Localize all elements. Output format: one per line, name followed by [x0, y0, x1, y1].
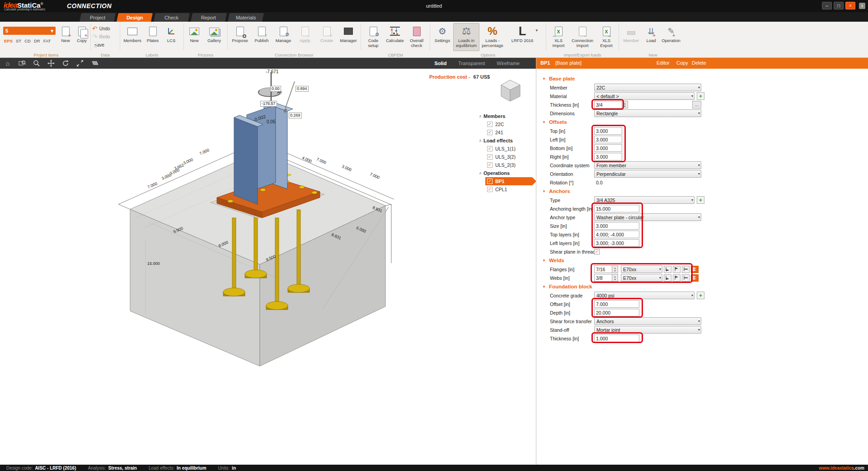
gallery-button[interactable]: Gallery [203, 23, 225, 51]
mode-dr[interactable]: DR [34, 38, 40, 43]
save-button[interactable]: Save [92, 41, 104, 49]
weld-symbol-butt-icon[interactable] [682, 274, 690, 282]
tree-item-cpl1[interactable]: ✓ CPL1 [477, 185, 536, 193]
material-select[interactable]: < default > ▾ [594, 92, 694, 100]
shear-force-transfer-select[interactable]: Anchors ▾ [594, 317, 701, 325]
delete-operation-button[interactable]: Delete [692, 60, 706, 66]
web-electrode-select[interactable]: E70xx ▾ [621, 274, 662, 282]
tab-design[interactable]: Design [117, 13, 153, 22]
tab-project[interactable]: Project [80, 13, 116, 22]
section-welds[interactable]: ▼ Welds [536, 256, 868, 265]
plates-labels-button[interactable]: Plates [143, 23, 162, 51]
tab-report[interactable]: Report [191, 13, 227, 22]
coordinate-system-select[interactable]: From member ▾ [594, 161, 701, 169]
section-plane-button[interactable] [90, 59, 99, 67]
orientation-select[interactable]: Perpendicular ▾ [594, 170, 701, 178]
foundation-offset-input[interactable] [594, 300, 639, 308]
flange-weld-spinner[interactable]: ▴ ▾ [612, 265, 618, 273]
weld-symbol-double-fillet-icon[interactable] [691, 274, 699, 282]
dimensions-select[interactable]: Rectangle ▾ [594, 109, 701, 117]
tree-load-effects-header[interactable]: ∧ Load effects [477, 137, 536, 145]
connection-import-button[interactable]: ← Connection Import [569, 23, 596, 51]
checkbox-uls2[interactable]: ✓ [487, 162, 493, 168]
thickness-input[interactable] [594, 101, 622, 108]
add-concrete-grade-button[interactable]: + [697, 292, 704, 299]
tree-item-bp1[interactable]: ✓ BP1 [485, 177, 532, 185]
checkbox-241[interactable]: ✓ [487, 130, 493, 135]
offset-top-input[interactable] [594, 127, 622, 135]
pan-button[interactable] [47, 59, 55, 67]
copy-project-item-button[interactable]: + Copy [74, 23, 90, 51]
section-collapse-icon[interactable]: ▼ [542, 77, 546, 81]
anchoring-length-input[interactable] [594, 205, 639, 212]
collapse-icon[interactable]: ∧ [477, 114, 483, 118]
section-collapse-icon[interactable]: ▼ [542, 259, 546, 263]
window-maximize-button[interactable]: □ [834, 2, 844, 9]
thickness-spinner[interactable]: ▴ ▾ [622, 101, 628, 108]
design-code-button[interactable]: L ▾ LRFD 2016 [506, 23, 539, 51]
apply-button[interactable]: ← Apply [294, 23, 316, 51]
home-view-button[interactable]: ⌂ [4, 59, 12, 67]
lcs-button[interactable]: LCS [162, 23, 180, 51]
checkbox-uls1[interactable]: ✓ [487, 146, 493, 151]
publish-button[interactable]: ↑ Publish [251, 23, 272, 51]
concrete-grade-select[interactable]: 4000 psi ▾ [594, 292, 694, 299]
window-minimize-button[interactable]: – [822, 2, 832, 9]
weld-symbol-butt-icon[interactable] [682, 266, 690, 273]
new-load-button[interactable]: ⇊+ Load [642, 23, 660, 51]
rotation-input[interactable] [594, 179, 622, 186]
view-mode-transparent[interactable]: Transparent [458, 61, 485, 66]
mode-cd[interactable]: CD [24, 38, 31, 43]
section-collapse-icon[interactable]: ▼ [542, 285, 546, 289]
tab-check[interactable]: Check [154, 13, 190, 22]
copy-operation-button[interactable]: Copy [676, 60, 688, 66]
tree-item-uls1[interactable]: ✓ ULS_1(1) [477, 145, 536, 153]
loads-percentage-button[interactable]: % Loads - percentage [479, 23, 506, 51]
new-member-button[interactable]: Member [620, 23, 642, 51]
view-mode-solid[interactable]: Solid [434, 61, 446, 66]
thickness-browse-button[interactable]: … [692, 101, 701, 108]
3d-scene[interactable] [0, 69, 536, 465]
zoom-button[interactable] [33, 59, 41, 67]
anchor-type-select[interactable]: Washer plate - circular ▾ [594, 213, 701, 221]
website-link[interactable]: www.ideastatica.com [819, 466, 864, 471]
manage-button[interactable]: ⚙ Manage [272, 23, 294, 51]
standoff-select[interactable]: Mortar joint ▾ [594, 326, 701, 334]
add-material-button[interactable]: + [697, 92, 704, 100]
tab-materials[interactable]: Materials [228, 13, 264, 22]
window-close-button[interactable]: × [845, 2, 855, 9]
mode-eps[interactable]: EPS [4, 38, 13, 43]
mode-st[interactable]: ST [16, 38, 21, 43]
propose-button[interactable]: Propose [229, 23, 251, 51]
anchor-size-input[interactable] [594, 222, 639, 230]
flange-electrode-select[interactable]: E70xx ▾ [621, 265, 662, 273]
members-labels-button[interactable]: Members [122, 23, 143, 51]
3d-viewport[interactable]: -7.671 0.00 0.894 -176.57 0.269 -0.002 0… [0, 69, 536, 465]
checkbox-bp1[interactable]: ✓ [487, 179, 493, 184]
tree-item-22c[interactable]: ✓ 22C [477, 120, 536, 128]
checkbox-uls3[interactable]: ✓ [487, 154, 493, 160]
add-anchor-type-button[interactable]: + [697, 196, 704, 204]
weld-symbol-fillet-top-icon[interactable] [673, 266, 680, 273]
weld-symbol-double-fillet-icon[interactable] [691, 266, 699, 273]
offset-bottom-input[interactable] [594, 144, 622, 152]
checkbox-cpl1[interactable]: ✓ [487, 187, 493, 192]
member-select[interactable]: 22C ▾ [594, 84, 701, 91]
redo-button[interactable]: ↷ Redo [92, 33, 110, 41]
section-offsets[interactable]: ▼ Offsets [536, 118, 868, 127]
info-button[interactable]: i [859, 3, 865, 9]
tree-operations-header[interactable]: ∧ Operations [477, 169, 536, 177]
collapse-icon[interactable]: ∧ [477, 138, 483, 143]
xls-import-button[interactable]: X← XLS Import [548, 23, 569, 51]
settings-button[interactable]: ⚙ Settings [432, 23, 453, 51]
tree-item-241[interactable]: ✓ 241 [477, 128, 536, 137]
foundation-thickness-input[interactable] [594, 334, 639, 342]
create-button[interactable]: + Create [316, 23, 338, 51]
editor-button[interactable]: Editor [657, 60, 670, 66]
anchor-grade-select[interactable]: 3/4 A325 ▾ [594, 196, 694, 204]
section-anchors[interactable]: ▼ Anchors [536, 187, 868, 196]
shear-plane-checkbox[interactable]: ✓ [594, 249, 600, 254]
checkbox-22c[interactable]: ✓ [487, 122, 493, 127]
mode-fat[interactable]: FAT [43, 38, 51, 43]
section-foundation-block[interactable]: ▼ Foundation block [536, 282, 868, 291]
